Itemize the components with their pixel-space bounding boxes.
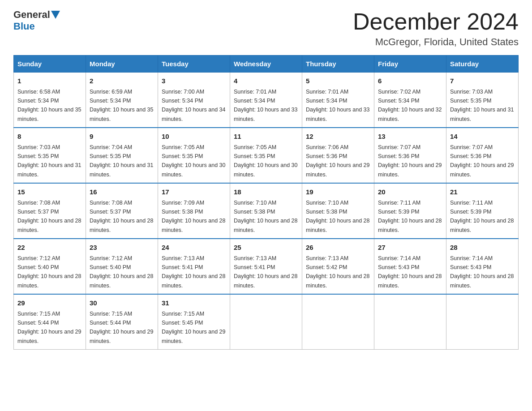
calendar-week-row: 22 Sunrise: 7:12 AMSunset: 5:40 PMDaylig… <box>14 239 519 294</box>
page-header: General Blue December 2024 McGregor, Flo… <box>13 9 519 48</box>
calendar-day-cell <box>446 294 519 350</box>
day-number: 24 <box>162 243 226 253</box>
day-info: Sunrise: 7:03 AMSunset: 5:35 PMDaylight:… <box>450 89 514 122</box>
day-info: Sunrise: 7:07 AMSunset: 5:36 PMDaylight:… <box>378 144 442 178</box>
day-of-week-header: Tuesday <box>158 56 230 73</box>
calendar-day-cell: 8 Sunrise: 7:03 AMSunset: 5:35 PMDayligh… <box>14 128 86 183</box>
day-number: 11 <box>234 132 298 142</box>
calendar-day-cell <box>374 294 446 350</box>
day-of-week-header: Thursday <box>302 56 374 73</box>
day-info: Sunrise: 7:04 AMSunset: 5:35 PMDaylight:… <box>90 144 153 178</box>
day-info: Sunrise: 7:13 AMSunset: 5:42 PMDaylight:… <box>306 255 369 289</box>
day-info: Sunrise: 7:14 AMSunset: 5:43 PMDaylight:… <box>450 255 514 289</box>
day-of-week-header: Friday <box>374 56 446 73</box>
calendar-day-cell: 10 Sunrise: 7:05 AMSunset: 5:35 PMDaylig… <box>158 128 230 183</box>
calendar-day-cell: 31 Sunrise: 7:15 AMSunset: 5:45 PMDaylig… <box>158 294 230 350</box>
day-info: Sunrise: 6:59 AMSunset: 5:34 PMDaylight:… <box>90 89 153 122</box>
calendar-day-cell: 23 Sunrise: 7:12 AMSunset: 5:40 PMDaylig… <box>86 239 158 294</box>
day-info: Sunrise: 7:01 AMSunset: 5:34 PMDaylight:… <box>234 89 297 122</box>
calendar-day-cell: 3 Sunrise: 7:00 AMSunset: 5:34 PMDayligh… <box>158 73 230 128</box>
day-number: 17 <box>162 187 226 197</box>
day-info: Sunrise: 7:01 AMSunset: 5:34 PMDaylight:… <box>306 89 369 122</box>
day-info: Sunrise: 6:58 AMSunset: 5:34 PMDaylight:… <box>17 89 81 122</box>
day-info: Sunrise: 7:15 AMSunset: 5:44 PMDaylight:… <box>90 311 153 344</box>
calendar-week-row: 1 Sunrise: 6:58 AMSunset: 5:34 PMDayligh… <box>14 73 519 128</box>
day-info: Sunrise: 7:00 AMSunset: 5:34 PMDaylight:… <box>162 89 225 122</box>
day-number: 4 <box>234 76 298 86</box>
day-number: 16 <box>90 187 154 197</box>
calendar-week-row: 8 Sunrise: 7:03 AMSunset: 5:35 PMDayligh… <box>14 128 519 183</box>
day-of-week-header: Saturday <box>446 56 519 73</box>
calendar-day-cell: 19 Sunrise: 7:10 AMSunset: 5:38 PMDaylig… <box>302 183 374 239</box>
calendar-day-cell: 7 Sunrise: 7:03 AMSunset: 5:35 PMDayligh… <box>446 73 519 128</box>
day-number: 6 <box>378 76 442 86</box>
calendar-day-cell: 12 Sunrise: 7:06 AMSunset: 5:36 PMDaylig… <box>302 128 374 183</box>
day-number: 18 <box>234 187 298 197</box>
calendar-week-row: 15 Sunrise: 7:08 AMSunset: 5:37 PMDaylig… <box>14 183 519 239</box>
calendar-day-cell: 4 Sunrise: 7:01 AMSunset: 5:34 PMDayligh… <box>230 73 302 128</box>
day-info: Sunrise: 7:15 AMSunset: 5:44 PMDaylight:… <box>17 311 81 344</box>
day-info: Sunrise: 7:09 AMSunset: 5:38 PMDaylight:… <box>162 200 225 233</box>
day-info: Sunrise: 7:03 AMSunset: 5:35 PMDaylight:… <box>17 144 81 178</box>
day-info: Sunrise: 7:15 AMSunset: 5:45 PMDaylight:… <box>162 311 225 344</box>
month-title: December 2024 <box>353 9 519 34</box>
day-info: Sunrise: 7:07 AMSunset: 5:36 PMDaylight:… <box>450 144 514 178</box>
day-number: 29 <box>17 298 82 308</box>
calendar-day-cell: 30 Sunrise: 7:15 AMSunset: 5:44 PMDaylig… <box>86 294 158 350</box>
day-info: Sunrise: 7:11 AMSunset: 5:39 PMDaylight:… <box>450 200 514 233</box>
calendar-day-cell: 9 Sunrise: 7:04 AMSunset: 5:35 PMDayligh… <box>86 128 158 183</box>
day-info: Sunrise: 7:10 AMSunset: 5:38 PMDaylight:… <box>306 200 369 233</box>
location-title: McGregor, Florida, United States <box>353 36 519 48</box>
day-number: 31 <box>162 298 226 308</box>
day-of-week-header: Wednesday <box>230 56 302 73</box>
calendar-day-cell: 28 Sunrise: 7:14 AMSunset: 5:43 PMDaylig… <box>446 239 519 294</box>
calendar-day-cell <box>230 294 302 350</box>
day-info: Sunrise: 7:13 AMSunset: 5:41 PMDaylight:… <box>234 255 297 289</box>
calendar-day-cell: 22 Sunrise: 7:12 AMSunset: 5:40 PMDaylig… <box>14 239 86 294</box>
day-number: 8 <box>17 132 82 142</box>
calendar-week-row: 29 Sunrise: 7:15 AMSunset: 5:44 PMDaylig… <box>14 294 519 350</box>
logo-blue-text: Blue <box>13 21 35 32</box>
calendar-day-cell: 18 Sunrise: 7:10 AMSunset: 5:38 PMDaylig… <box>230 183 302 239</box>
calendar-day-cell: 5 Sunrise: 7:01 AMSunset: 5:34 PMDayligh… <box>302 73 374 128</box>
calendar-day-cell: 29 Sunrise: 7:15 AMSunset: 5:44 PMDaylig… <box>14 294 86 350</box>
day-number: 25 <box>234 243 298 253</box>
day-of-week-header: Monday <box>86 56 158 73</box>
day-of-week-header: Sunday <box>14 56 86 73</box>
day-number: 2 <box>90 76 154 86</box>
day-number: 3 <box>162 76 226 86</box>
day-number: 9 <box>90 132 154 142</box>
day-info: Sunrise: 7:08 AMSunset: 5:37 PMDaylight:… <box>90 200 153 233</box>
calendar-table: SundayMondayTuesdayWednesdayThursdayFrid… <box>13 55 519 350</box>
day-info: Sunrise: 7:12 AMSunset: 5:40 PMDaylight:… <box>90 255 153 289</box>
calendar-day-cell: 17 Sunrise: 7:09 AMSunset: 5:38 PMDaylig… <box>158 183 230 239</box>
calendar-day-cell: 1 Sunrise: 6:58 AMSunset: 5:34 PMDayligh… <box>14 73 86 128</box>
day-number: 5 <box>306 76 370 86</box>
day-info: Sunrise: 7:02 AMSunset: 5:34 PMDaylight:… <box>378 89 442 122</box>
day-number: 21 <box>450 187 515 197</box>
logo: General Blue <box>13 9 61 32</box>
calendar-day-cell: 16 Sunrise: 7:08 AMSunset: 5:37 PMDaylig… <box>86 183 158 239</box>
calendar-day-cell <box>302 294 374 350</box>
day-number: 23 <box>90 243 154 253</box>
day-number: 28 <box>450 243 515 253</box>
title-section: December 2024 McGregor, Florida, United … <box>353 9 519 48</box>
day-number: 7 <box>450 76 515 86</box>
calendar-day-cell: 6 Sunrise: 7:02 AMSunset: 5:34 PMDayligh… <box>374 73 446 128</box>
day-number: 13 <box>378 132 442 142</box>
day-number: 12 <box>306 132 370 142</box>
calendar-day-cell: 20 Sunrise: 7:11 AMSunset: 5:39 PMDaylig… <box>374 183 446 239</box>
day-info: Sunrise: 7:13 AMSunset: 5:41 PMDaylight:… <box>162 255 225 289</box>
logo-triangle-icon <box>51 11 60 19</box>
day-number: 19 <box>306 187 370 197</box>
day-number: 20 <box>378 187 442 197</box>
day-info: Sunrise: 7:08 AMSunset: 5:37 PMDaylight:… <box>17 200 81 233</box>
calendar-day-cell: 15 Sunrise: 7:08 AMSunset: 5:37 PMDaylig… <box>14 183 86 239</box>
calendar-day-cell: 25 Sunrise: 7:13 AMSunset: 5:41 PMDaylig… <box>230 239 302 294</box>
calendar-day-cell: 21 Sunrise: 7:11 AMSunset: 5:39 PMDaylig… <box>446 183 519 239</box>
logo-general-text: General <box>13 9 50 21</box>
day-info: Sunrise: 7:05 AMSunset: 5:35 PMDaylight:… <box>162 144 225 178</box>
calendar-day-cell: 2 Sunrise: 6:59 AMSunset: 5:34 PMDayligh… <box>86 73 158 128</box>
day-number: 15 <box>17 187 82 197</box>
day-info: Sunrise: 7:14 AMSunset: 5:43 PMDaylight:… <box>378 255 442 289</box>
